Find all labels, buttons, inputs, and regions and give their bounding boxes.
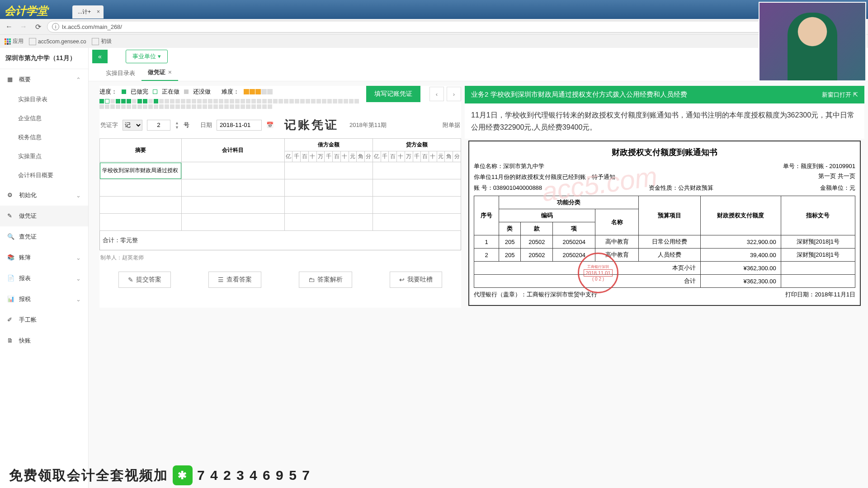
close-icon[interactable]: × [168, 69, 172, 75]
progress-square[interactable] [246, 99, 250, 103]
progress-square[interactable] [224, 99, 229, 103]
fill-voucher-button[interactable]: 填写记账凭证 [366, 86, 420, 102]
progress-square[interactable] [148, 104, 153, 109]
next-button[interactable]: › [447, 87, 461, 101]
progress-square[interactable] [235, 99, 240, 103]
progress-square[interactable] [344, 99, 348, 103]
progress-square[interactable] [241, 99, 245, 103]
page-tab-1[interactable]: 做凭证× [142, 65, 178, 81]
progress-square[interactable] [306, 99, 310, 103]
progress-square[interactable] [208, 104, 212, 109]
progress-square[interactable] [203, 104, 207, 109]
progress-square[interactable] [262, 99, 267, 103]
browser-tab[interactable]: ...计+ × [72, 5, 104, 19]
sidebar-item-7[interactable]: ✎做凭证 [0, 206, 88, 226]
page-tab-0[interactable]: 实操目录表 [99, 66, 142, 81]
url-input[interactable]: i lx.acc5.com/main_268/ [47, 21, 864, 33]
progress-square[interactable] [235, 104, 240, 109]
progress-square[interactable] [251, 104, 256, 109]
progress-square[interactable] [137, 104, 142, 109]
site-info-icon[interactable]: i [52, 23, 59, 30]
progress-square[interactable] [224, 104, 229, 109]
bookmark-chuji[interactable]: 初级 [92, 38, 112, 45]
progress-square[interactable] [148, 99, 153, 103]
progress-square[interactable] [213, 99, 218, 103]
progress-square[interactable] [197, 99, 202, 103]
view-answer-button[interactable]: ☰查看答案 [208, 272, 261, 288]
prev-button[interactable]: ‹ [429, 87, 444, 101]
progress-square[interactable] [165, 99, 169, 103]
video-overlay[interactable] [759, 2, 866, 81]
progress-square[interactable] [127, 104, 131, 109]
progress-square[interactable] [251, 99, 256, 103]
cert-no-input[interactable] [147, 120, 170, 131]
progress-square[interactable] [327, 99, 332, 103]
sidebar-item-11[interactable]: 📊报税⌄ [0, 289, 88, 310]
progress-square[interactable] [154, 104, 158, 109]
summary-input[interactable] [100, 163, 181, 179]
progress-square[interactable] [186, 99, 191, 103]
progress-square[interactable] [132, 104, 137, 109]
progress-square[interactable] [338, 99, 343, 103]
progress-square[interactable] [349, 99, 354, 103]
progress-square[interactable] [278, 99, 283, 103]
progress-square[interactable] [262, 104, 267, 109]
progress-square[interactable] [197, 104, 202, 109]
progress-square[interactable] [143, 99, 147, 103]
progress-squares[interactable] [99, 99, 362, 109]
feedback-button[interactable]: ↩我要吐槽 [390, 272, 442, 288]
progress-square[interactable] [311, 99, 316, 103]
sidebar-item-3[interactable]: 税务信息 [0, 128, 88, 147]
progress-square[interactable] [192, 104, 196, 109]
sidebar-item-10[interactable]: 📄报表⌄ [0, 268, 88, 289]
sidebar-item-12[interactable]: ✐手工帐 [0, 310, 88, 330]
calendar-icon[interactable]: 📅 [266, 122, 274, 128]
progress-square[interactable] [110, 99, 115, 103]
progress-square[interactable] [203, 99, 207, 103]
progress-square[interactable] [257, 104, 261, 109]
progress-square[interactable] [99, 104, 104, 109]
sidebar-item-8[interactable]: 🔍查凭证 [0, 226, 88, 247]
sidebar-item-5[interactable]: 会计科目概要 [0, 166, 88, 185]
progress-square[interactable] [257, 99, 261, 103]
progress-square[interactable] [143, 104, 147, 109]
progress-square[interactable] [105, 99, 109, 103]
cert-type-select[interactable]: 记 [123, 120, 142, 131]
progress-square[interactable] [289, 99, 294, 103]
progress-square[interactable] [154, 99, 158, 103]
org-type-dropdown[interactable]: 事业单位 ▾ [126, 50, 168, 63]
progress-square[interactable] [354, 99, 359, 103]
progress-square[interactable] [246, 104, 250, 109]
close-icon[interactable]: × [97, 9, 100, 15]
progress-square[interactable] [219, 99, 223, 103]
sidebar-item-9[interactable]: 📚账簿⌄ [0, 247, 88, 268]
sidebar-item-4[interactable]: 实操重点 [0, 147, 88, 166]
explain-button[interactable]: 🗀答案解析 [299, 272, 352, 288]
submit-button[interactable]: ✎提交答案 [118, 272, 171, 288]
progress-square[interactable] [181, 99, 185, 103]
progress-square[interactable] [230, 104, 234, 109]
progress-square[interactable] [175, 99, 180, 103]
progress-square[interactable] [170, 104, 175, 109]
sidebar-item-2[interactable]: 企业信息 [0, 109, 88, 128]
subject-cell[interactable] [181, 162, 284, 179]
progress-square[interactable] [295, 99, 299, 103]
back-button[interactable]: ← [4, 21, 14, 32]
progress-square[interactable] [316, 99, 321, 103]
collapse-sidebar-button[interactable]: « [92, 50, 108, 63]
progress-square[interactable] [268, 104, 272, 109]
progress-square[interactable] [192, 99, 196, 103]
progress-square[interactable] [116, 104, 120, 109]
progress-square[interactable] [213, 104, 218, 109]
sidebar-item-6[interactable]: ⚙初始化⌄ [0, 185, 88, 206]
progress-square[interactable] [219, 104, 223, 109]
progress-square[interactable] [99, 99, 104, 103]
reload-button[interactable]: ⟳ [33, 21, 43, 32]
progress-square[interactable] [121, 104, 126, 109]
progress-square[interactable] [121, 99, 126, 103]
progress-square[interactable] [322, 99, 326, 103]
progress-square[interactable] [116, 99, 120, 103]
progress-square[interactable] [230, 99, 234, 103]
progress-square[interactable] [208, 99, 212, 103]
progress-square[interactable] [284, 99, 288, 103]
